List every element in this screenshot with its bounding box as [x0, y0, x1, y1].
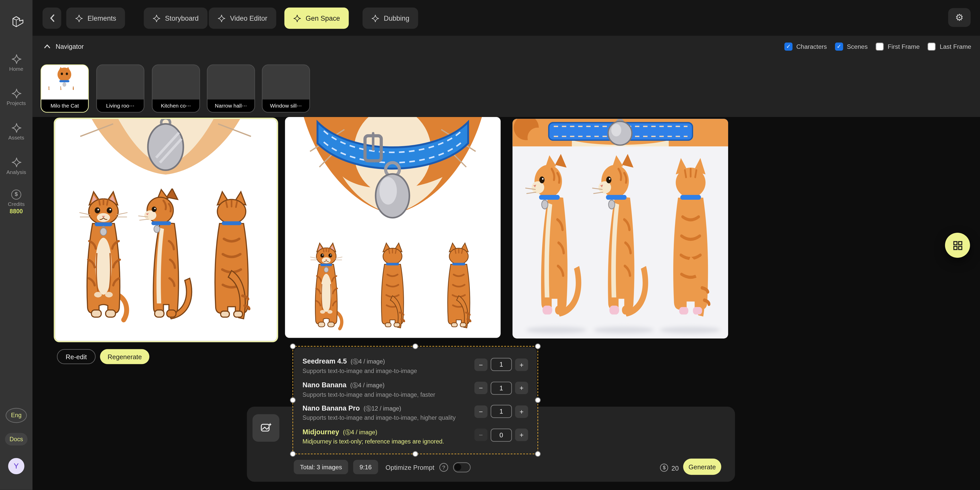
- model-name: Midjourney: [302, 428, 339, 435]
- tab-gen-space[interactable]: Gen Space: [284, 7, 348, 29]
- generated-image-1[interactable]: [55, 119, 277, 341]
- layout-grid-button[interactable]: [945, 233, 970, 258]
- filter-label: Last Frame: [940, 43, 971, 50]
- tab-elements[interactable]: Elements: [66, 7, 125, 29]
- optimize-prompt-toggle[interactable]: [453, 462, 471, 472]
- filter-scenes[interactable]: ✓ Scenes: [835, 43, 868, 51]
- generate-button[interactable]: Generate: [683, 458, 721, 475]
- stepper-minus-button[interactable]: −: [474, 405, 487, 418]
- generation-cost: $ 20: [660, 464, 679, 472]
- stepper-value[interactable]: 1: [490, 381, 512, 394]
- thumbnail-milo-the-cat[interactable]: Milo the Cat: [41, 64, 89, 113]
- checkbox-checked[interactable]: ✓: [835, 43, 843, 51]
- tab-dubbing[interactable]: Dubbing: [363, 7, 418, 29]
- sidebar-item-label: Assets: [0, 135, 32, 141]
- model-name: Seedream 4.5: [302, 358, 347, 365]
- chevron-left-icon: [49, 14, 55, 22]
- model-description: Supports text-to-image and image-to-imag…: [302, 367, 417, 374]
- sparkle-icon: [218, 14, 226, 22]
- thumbnail-kitchen-counter[interactable]: Kitchen co⋯: [152, 64, 200, 113]
- selection-handle-bottom-left[interactable]: [290, 451, 296, 457]
- docs-button[interactable]: Docs: [5, 433, 27, 445]
- app-logo: [8, 14, 24, 30]
- cat-front-view: [71, 181, 136, 338]
- total-images-chip[interactable]: Total: 3 images: [294, 460, 348, 474]
- thumbnail-living-room[interactable]: Living roo⋯: [96, 64, 145, 113]
- model-name: Nano Banana Pro: [302, 404, 360, 412]
- selection-handle-top-right[interactable]: [535, 344, 541, 349]
- filter-first-frame[interactable]: First Frame: [876, 43, 920, 51]
- stepper-plus-button[interactable]: +: [515, 429, 528, 441]
- user-avatar[interactable]: Y: [8, 458, 24, 474]
- tab-label: Storyboard: [165, 14, 199, 22]
- regenerate-button[interactable]: Regenerate: [100, 349, 149, 364]
- selection-handle-mid-right[interactable]: [535, 397, 541, 403]
- help-icon[interactable]: ?: [439, 463, 448, 471]
- model-description: Supports text-to-image and image-to-imag…: [302, 414, 455, 421]
- credits-icon: $: [660, 464, 668, 472]
- stepper-minus-button[interactable]: −: [474, 358, 487, 371]
- stepper-plus-button[interactable]: +: [515, 405, 528, 418]
- filter-last-frame[interactable]: Last Frame: [928, 43, 971, 51]
- grid-icon: [952, 240, 963, 251]
- sparkle-icon: [371, 14, 380, 22]
- navigator-collapse[interactable]: Navigator: [44, 43, 84, 50]
- selection-handle-bottom-right[interactable]: [535, 451, 541, 457]
- gen-space-canvas: Re-edit Regenerate Total: 3 images 9:16 …: [32, 117, 980, 490]
- filter-label: Scenes: [847, 43, 868, 50]
- cat-front-view: [304, 241, 348, 336]
- add-reference-image-button[interactable]: [252, 414, 279, 442]
- sidebar-item-label: Home: [0, 65, 32, 72]
- stepper-value[interactable]: 1: [490, 405, 512, 418]
- composer-settings-row: Total: 3 images 9:16 Optimize Prompt ?: [294, 460, 471, 474]
- thumbnail-narrow-hallway[interactable]: Narrow hall⋯: [207, 64, 255, 113]
- generated-image-3[interactable]: [512, 119, 728, 338]
- model-selection-panel: Seedream 4.5(Ⓢ4 / image) Supports text-t…: [294, 347, 537, 453]
- collar-strip-closeup: [512, 119, 728, 146]
- tab-video-editor[interactable]: Video Editor: [209, 7, 276, 29]
- selection-handle-mid-left[interactable]: [290, 397, 296, 403]
- selection-handle-bottom-mid[interactable]: [412, 451, 418, 457]
- back-button[interactable]: [43, 7, 61, 29]
- thumbnail-window-sill[interactable]: Window sill⋯: [262, 64, 310, 113]
- collar-tag-closeup: [55, 119, 277, 178]
- tab-label: Elements: [88, 14, 116, 22]
- image-sparkle-icon: [260, 422, 272, 434]
- navigator-title: Navigator: [56, 43, 84, 50]
- cat-back-view-3d: [656, 154, 725, 332]
- character-thumbnail-image: [41, 65, 88, 100]
- sparkle-icon: [11, 157, 22, 168]
- sidebar-item-projects[interactable]: Projects: [0, 88, 32, 106]
- stepper-value[interactable]: 0: [490, 428, 512, 442]
- checkbox-unchecked[interactable]: [928, 43, 936, 51]
- tab-label: Dubbing: [384, 14, 409, 22]
- sparkle-icon: [11, 123, 22, 133]
- aspect-ratio-chip[interactable]: 9:16: [353, 460, 378, 474]
- sidebar-item-home[interactable]: Home: [0, 54, 32, 72]
- sidebar-item-credits[interactable]: $ Credits 8800: [0, 190, 32, 215]
- sidebar-item-assets[interactable]: Assets: [0, 123, 32, 141]
- sidebar-item-label: Analysis: [0, 169, 32, 175]
- frame-filters: ✓ Characters ✓ Scenes First Frame Last F…: [784, 43, 971, 51]
- stepper-plus-button[interactable]: +: [515, 382, 528, 394]
- sidebar-item-label: Projects: [0, 100, 32, 106]
- reedit-button[interactable]: Re-edit: [57, 349, 96, 364]
- generated-image-2[interactable]: [285, 117, 501, 338]
- stepper-value[interactable]: 1: [490, 358, 512, 371]
- stepper-plus-button[interactable]: +: [515, 358, 528, 371]
- collar-closeup: [285, 117, 501, 236]
- filter-characters[interactable]: ✓ Characters: [784, 43, 827, 51]
- selection-handle-top-mid[interactable]: [412, 344, 418, 349]
- settings-button[interactable]: ⚙: [948, 8, 970, 27]
- language-button[interactable]: Eng: [6, 408, 27, 423]
- midjourney-stepper: − 0 +: [474, 428, 528, 442]
- tab-label: Video Editor: [230, 14, 267, 22]
- checkbox-unchecked[interactable]: [876, 43, 884, 51]
- credits-value: 8800: [0, 208, 32, 215]
- sidebar-item-analysis[interactable]: Analysis: [0, 157, 32, 175]
- tab-storyboard[interactable]: Storyboard: [144, 7, 207, 29]
- selection-handle-top-left[interactable]: [290, 344, 296, 349]
- stepper-minus-button[interactable]: −: [474, 382, 487, 394]
- checkbox-checked[interactable]: ✓: [784, 43, 793, 51]
- stepper-minus-button[interactable]: −: [474, 429, 487, 441]
